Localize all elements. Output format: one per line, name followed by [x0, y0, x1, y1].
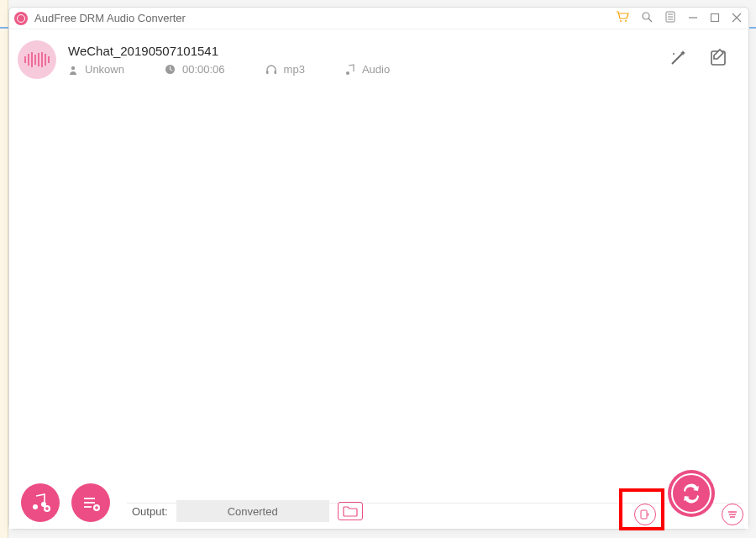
convert-button[interactable] [668, 470, 715, 517]
titlebar: AudFree DRM Audio Converter [9, 8, 748, 29]
highlight-annotation [619, 488, 664, 530]
edit-button[interactable] [708, 48, 728, 71]
svg-point-26 [346, 71, 349, 75]
menu-icon[interactable] [664, 11, 676, 25]
headphones-icon [265, 64, 277, 75]
close-button[interactable] [732, 12, 742, 25]
type-label: Audio [362, 63, 390, 76]
format-label: mp3 [284, 63, 305, 76]
artist-label: Unkown [85, 63, 124, 76]
svg-rect-24 [266, 71, 269, 74]
add-music-button[interactable] [21, 483, 60, 522]
converted-tab[interactable]: Converted [176, 500, 329, 522]
svg-rect-9 [711, 13, 719, 21]
magic-wand-button[interactable] [668, 48, 688, 71]
app-window: AudFree DRM Audio Converter [8, 7, 749, 530]
format-meta: mp3 [265, 63, 305, 76]
svg-point-28 [673, 53, 675, 55]
svg-point-1 [625, 20, 627, 22]
output-format-button[interactable] [634, 504, 656, 525]
titlebar-actions [616, 11, 742, 25]
svg-point-20 [71, 66, 75, 69]
queue-button[interactable] [722, 504, 743, 525]
file-actions [668, 48, 732, 71]
app-title: AudFree DRM Audio Converter [34, 12, 616, 24]
content-area [9, 83, 748, 529]
background-sidebar-hint [0, 0, 8, 538]
converted-label: Converted [228, 505, 278, 518]
file-waveform-icon [18, 40, 56, 79]
artist-meta: Unkown [68, 63, 124, 76]
svg-rect-25 [274, 71, 276, 74]
file-title: WeChat_20190507101541 [68, 44, 668, 58]
output-label: Output: [132, 505, 168, 518]
output-group: Output: Converted [132, 500, 363, 522]
add-list-button[interactable] [71, 483, 110, 522]
svg-point-0 [620, 20, 622, 22]
file-meta-row: Unkown 00:00:06 mp3 Audio [68, 63, 668, 76]
person-icon [68, 65, 78, 75]
maximize-button[interactable] [710, 12, 720, 25]
note-icon [345, 64, 355, 76]
file-info: WeChat_20190507101541 Unkown 00:00:06 mp… [68, 44, 668, 76]
clock-icon [165, 64, 176, 75]
app-logo-icon [14, 12, 28, 25]
duration-meta: 00:00:06 [165, 63, 225, 76]
type-meta: Audio [345, 63, 390, 76]
file-header: WeChat_20190507101541 Unkown 00:00:06 mp… [9, 29, 748, 83]
search-icon[interactable] [641, 11, 653, 25]
svg-line-27 [672, 54, 682, 64]
cart-icon[interactable] [616, 11, 629, 25]
minimize-button[interactable] [688, 12, 698, 25]
svg-point-2 [643, 13, 649, 19]
open-folder-button[interactable] [338, 502, 363, 520]
duration-label: 00:00:06 [182, 63, 225, 76]
svg-rect-41 [641, 510, 647, 519]
svg-line-3 [648, 18, 652, 22]
svg-point-30 [33, 504, 38, 509]
